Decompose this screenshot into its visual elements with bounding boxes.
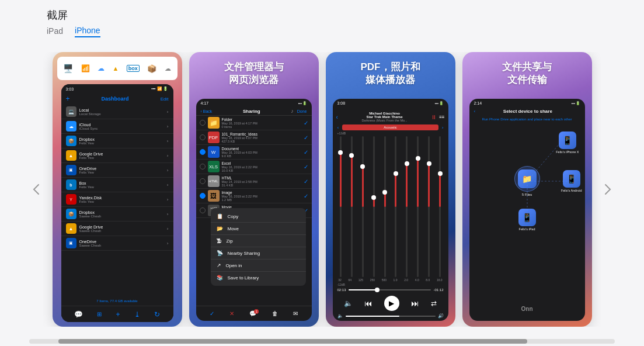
card-media: PDF，照片和 媒体播放器 3:08 ▪▪▪ 🔋 ‹ [326,52,455,327]
tab-bar: iPad iPhone [47,26,597,37]
context-menu: 📋Copy 📂Move 🗜Zip 📡Nearby Sharing ↗Open i… [211,208,306,286]
scroll-thumb[interactable] [58,339,527,344]
card-filemanager: 文件管理器与 网页浏览器 4:17 ▪▪▪ 🔋 ‹ Bac [189,52,319,327]
phone-mock-1: 3:03 ▪▪▪ 📶 🔋 + Dashboard Edit 💻 [61,84,173,322]
tab-ipad[interactable]: iPad [47,26,63,37]
card-dashboard: 🖥️ 📶 ☁ ▲ box 📦 ☁ [53,52,182,327]
scroll-track[interactable] [29,339,615,344]
phone-mock-4: 2:14 ▪▪▪ 🔋 ‹ Select device to share Run … [469,99,585,321]
screenshots-row: 🖥️ 📶 ☁ ▲ box 📦 ☁ [0,42,644,337]
tab-iphone[interactable]: iPhone [75,26,100,37]
phone-mock-3: 3:08 ▪▪▪ 🔋 ‹ Michael Giacchino Star Trek… [333,99,448,321]
screenshots-container: 🖥️ 📶 ☁ ▲ box 📦 ☁ [43,52,601,327]
prev-arrow[interactable] [29,182,43,196]
header: 截屏 iPad iPhone [0,0,644,42]
phone-mock-2: 4:17 ▪▪▪ 🔋 ‹ Back Sharing ♪ Done [196,99,312,321]
card-sharing: 文件共享与 文件传输 2:14 ▪▪▪ 🔋 ‹ [462,52,592,327]
page-title: 截屏 [47,8,597,22]
top-icons-bar: 🖥️ 📶 ☁ ▲ box 📦 ☁ [57,57,177,80]
page-container: 截屏 iPad iPhone 🖥️ 📶 [0,0,644,346]
next-arrow[interactable] [601,182,615,196]
